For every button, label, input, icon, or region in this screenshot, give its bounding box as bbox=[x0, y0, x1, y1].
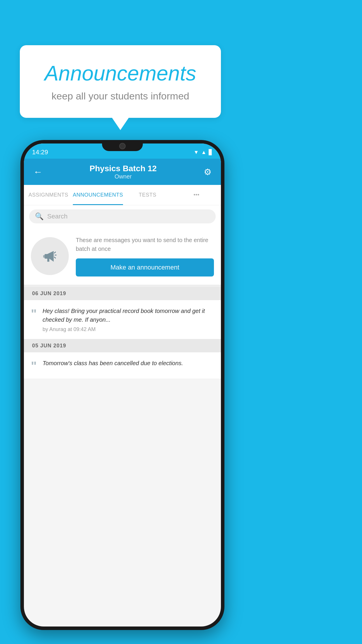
promo-right: These are messages you want to send to t… bbox=[76, 236, 214, 276]
announcement-content-1: Hey class! Bring your practical record b… bbox=[43, 307, 214, 332]
announcement-item-1[interactable]: " Hey class! Bring your practical record… bbox=[24, 300, 221, 339]
tab-announcements[interactable]: ANNOUNCEMENTS bbox=[73, 185, 123, 205]
status-icons: ▼ ▲ ▊ bbox=[194, 149, 213, 155]
tabs-bar: ASSIGNMENTS ANNOUNCEMENTS TESTS ••• bbox=[24, 185, 221, 205]
wifi-icon: ▼ bbox=[194, 149, 199, 155]
bubble-title: Announcements bbox=[37, 61, 203, 85]
announcement-text-2: Tomorrow's class has been cancelled due … bbox=[43, 359, 214, 368]
megaphone-icon bbox=[40, 246, 60, 266]
tab-more[interactable]: ••• bbox=[172, 185, 221, 205]
signal-icon: ▲ bbox=[201, 149, 206, 155]
app-bar: ← Physics Batch 12 Owner ⚙ bbox=[24, 159, 221, 185]
phone-outer: 14:29 ▼ ▲ ▊ ← Physics Batch 12 Owner ⚙ bbox=[20, 140, 224, 630]
search-input[interactable]: Search bbox=[47, 213, 68, 220]
promo-section: These are messages you want to send to t… bbox=[24, 228, 221, 287]
speech-bubble-container: Announcements keep all your students inf… bbox=[20, 45, 221, 118]
announcement-content-2: Tomorrow's class has been cancelled due … bbox=[43, 359, 214, 370]
app-bar-subtitle: Owner bbox=[45, 173, 201, 180]
phone-screen: 14:29 ▼ ▲ ▊ ← Physics Batch 12 Owner ⚙ bbox=[24, 144, 221, 626]
date-separator-2: 05 JUN 2019 bbox=[24, 339, 221, 352]
announcement-text-1: Hey class! Bring your practical record b… bbox=[43, 307, 214, 324]
announcement-item-2[interactable]: " Tomorrow's class has been cancelled du… bbox=[24, 352, 221, 379]
quote-icon-2: " bbox=[31, 360, 37, 372]
front-camera bbox=[119, 143, 126, 149]
app-bar-title-container: Physics Batch 12 Owner bbox=[45, 164, 201, 180]
speech-bubble: Announcements keep all your students inf… bbox=[20, 45, 221, 118]
back-button[interactable]: ← bbox=[31, 164, 45, 180]
bubble-subtitle: keep all your students informed bbox=[37, 90, 203, 102]
tab-tests[interactable]: TESTS bbox=[123, 185, 172, 205]
date-separator-1: 06 JUN 2019 bbox=[24, 287, 221, 300]
battery-icon: ▊ bbox=[209, 149, 213, 155]
settings-button[interactable]: ⚙ bbox=[201, 164, 214, 179]
make-announcement-button[interactable]: Make an announcement bbox=[76, 258, 214, 276]
promo-description: These are messages you want to send to t… bbox=[76, 236, 214, 253]
app-bar-title: Physics Batch 12 bbox=[45, 164, 201, 173]
search-icon: 🔍 bbox=[35, 212, 44, 220]
phone-notch bbox=[102, 140, 143, 151]
promo-icon-circle bbox=[31, 237, 69, 275]
quote-icon-1: " bbox=[31, 308, 37, 320]
search-input-wrap[interactable]: 🔍 Search bbox=[29, 209, 216, 223]
announcement-meta-1: by Anurag at 09:42 AM bbox=[43, 326, 214, 332]
status-time: 14:29 bbox=[32, 148, 48, 156]
search-container: 🔍 Search bbox=[24, 205, 221, 228]
tab-assignments[interactable]: ASSIGNMENTS bbox=[24, 185, 73, 205]
phone-wrapper: 14:29 ▼ ▲ ▊ ← Physics Batch 12 Owner ⚙ bbox=[20, 140, 224, 630]
